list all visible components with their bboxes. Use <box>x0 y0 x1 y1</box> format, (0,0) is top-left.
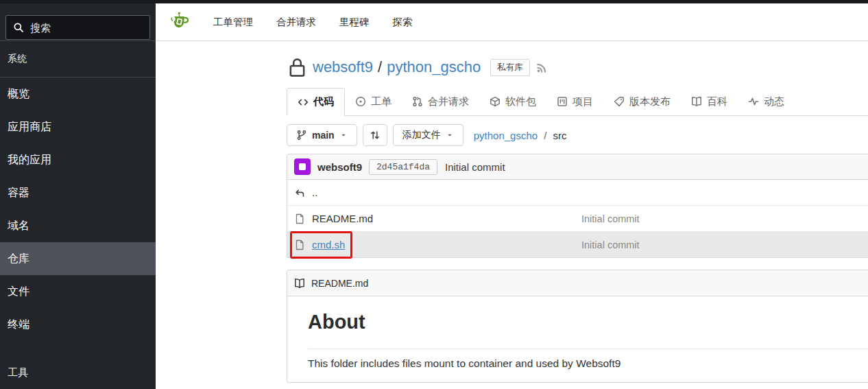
readme-filename: README.md <box>311 278 368 289</box>
activity-icon <box>748 96 759 107</box>
gitea-logo-icon[interactable] <box>167 11 189 33</box>
code-icon <box>298 97 309 108</box>
tab-label: 版本发布 <box>629 95 671 108</box>
readme-heading: About <box>308 311 868 349</box>
navbar-item-issues-management[interactable]: 工单管理 <box>213 16 253 29</box>
tab-label: 项目 <box>572 95 593 108</box>
releases-icon <box>614 96 625 107</box>
tab-label: 百科 <box>707 95 727 108</box>
sidebar-item-repository[interactable]: 仓库 <box>0 242 156 275</box>
git-compare-icon <box>370 130 381 141</box>
branch-name: main <box>312 130 335 141</box>
lock-icon <box>288 56 306 78</box>
readme-header: README.md <box>287 270 868 296</box>
repo-page: websoft9 / python_gscho 私有库 <box>287 41 868 389</box>
tab-projects[interactable]: 项目 <box>546 88 603 115</box>
git-branch-icon <box>296 130 307 141</box>
rss-feed-icon[interactable] <box>536 61 548 73</box>
compare-branches-button[interactable] <box>363 124 387 146</box>
repo-title-separator: / <box>378 58 382 76</box>
commit-message-link[interactable]: Initial commit <box>445 161 505 173</box>
sidebar-item-system[interactable]: 系统 <box>0 41 156 78</box>
repo-owner-link[interactable]: websoft9 <box>313 58 373 76</box>
tab-activity[interactable]: 动态 <box>738 88 795 115</box>
file-link-cmd-sh[interactable]: cmd.sh <box>312 239 345 250</box>
commit-author-avatar[interactable] <box>294 158 311 175</box>
navbar-item-explore[interactable]: 探索 <box>393 16 413 29</box>
pull-request-icon <box>412 96 423 107</box>
tab-label: 合并请求 <box>428 95 469 108</box>
parent-directory-link[interactable]: .. <box>312 187 317 198</box>
sidebar-item-terminal[interactable]: 终端 <box>0 308 156 341</box>
breadcrumb-separator: / <box>544 130 546 141</box>
gitea-navbar: 工单管理 合并请求 里程碑 探索 <box>156 3 868 41</box>
readme-panel: README.md About This folder includes fil… <box>287 270 868 383</box>
file-icon <box>294 213 305 224</box>
sidebar-nav: 系统 概览 应用商店 我的应用 容器 域名 仓库 文件 终端 工具 <box>0 40 156 389</box>
sidebar-item-appstore[interactable]: 应用商店 <box>0 110 156 143</box>
sidebar-item-tools[interactable]: 工具 <box>0 356 156 389</box>
sidebar: 系统 概览 应用商店 我的应用 容器 域名 仓库 文件 终端 工具 <box>0 3 156 389</box>
navbar-menu: 工单管理 合并请求 里程碑 探索 <box>213 3 413 41</box>
parent-directory-row[interactable]: .. <box>287 180 868 206</box>
readme-paragraph: This folder includes files mount to cont… <box>308 357 868 370</box>
package-icon <box>490 96 501 107</box>
tab-label: 代码 <box>313 95 334 108</box>
branch-select-button[interactable]: main <box>287 124 357 146</box>
sidebar-item-containers[interactable]: 容器 <box>0 176 156 209</box>
tab-packages[interactable]: 软件包 <box>479 88 546 115</box>
chevron-down-icon <box>446 131 454 139</box>
screen: 系统 概览 应用商店 我的应用 容器 域名 仓库 文件 终端 工具 <box>0 0 868 389</box>
branch-row: main 添加文件 python_gsch <box>287 124 868 146</box>
repo-tabs: 代码 工单 <box>287 88 868 116</box>
breadcrumb-repo-link[interactable]: python_gscho <box>474 130 538 141</box>
breadcrumb-current-path: src <box>553 130 567 141</box>
add-file-button[interactable]: 添加文件 <box>393 124 463 146</box>
book-icon <box>294 278 305 289</box>
chevron-down-icon <box>339 131 348 139</box>
issues-icon <box>355 96 366 107</box>
file-table: .. README.md Initial commit cmd.sh <box>287 180 868 258</box>
navbar-item-milestones[interactable]: 里程碑 <box>339 16 370 29</box>
readme-body: About This folder includes files mount t… <box>287 296 868 382</box>
private-repo-badge: 私有库 <box>490 59 530 76</box>
tab-issues[interactable]: 工单 <box>345 88 402 115</box>
tab-wiki[interactable]: 百科 <box>681 88 738 115</box>
add-file-label: 添加文件 <box>402 129 441 141</box>
main-area: 工单管理 合并请求 里程碑 探索 websoft9 / python_gscho… <box>156 3 868 389</box>
search-icon <box>13 22 24 33</box>
latest-commit-bar: websoft9 2d45a1f4da Initial commit <box>287 154 868 180</box>
sidebar-search-box[interactable] <box>5 15 150 40</box>
file-commit-message[interactable]: Initial commit <box>581 213 640 224</box>
tab-releases[interactable]: 版本发布 <box>603 88 681 115</box>
tab-code[interactable]: 代码 <box>287 88 345 116</box>
repo-name-link[interactable]: python_gscho <box>387 58 481 76</box>
sidebar-item-overview[interactable]: 概览 <box>0 78 156 110</box>
repo-title: websoft9 / python_gscho <box>313 58 481 76</box>
file-icon <box>294 239 305 250</box>
file-row-cmd-sh[interactable]: cmd.sh Initial commit <box>287 232 868 258</box>
sidebar-item-files[interactable]: 文件 <box>0 275 156 308</box>
sidebar-item-domains[interactable]: 域名 <box>0 209 156 242</box>
repo-header: websoft9 / python_gscho 私有库 <box>287 51 868 83</box>
projects-icon <box>557 96 568 107</box>
tab-pull-requests[interactable]: 合并请求 <box>402 88 479 115</box>
search-input[interactable] <box>30 22 143 34</box>
navbar-item-pull-requests[interactable]: 合并请求 <box>276 16 316 29</box>
breadcrumb: python_gscho / src <box>474 130 567 141</box>
sidebar-item-myapps[interactable]: 我的应用 <box>0 143 156 176</box>
file-commit-message[interactable]: Initial commit <box>581 239 640 250</box>
tab-label: 动态 <box>764 95 784 108</box>
commit-author-name[interactable]: websoft9 <box>317 161 362 173</box>
tab-label: 软件包 <box>505 95 536 108</box>
go-up-arrow-icon <box>294 187 305 198</box>
tab-label: 工单 <box>371 95 391 108</box>
file-link-readme[interactable]: README.md <box>312 213 373 224</box>
wiki-icon <box>691 96 702 107</box>
file-row-readme[interactable]: README.md Initial commit <box>287 206 868 232</box>
commit-sha-button[interactable]: 2d45a1f4da <box>369 159 437 175</box>
